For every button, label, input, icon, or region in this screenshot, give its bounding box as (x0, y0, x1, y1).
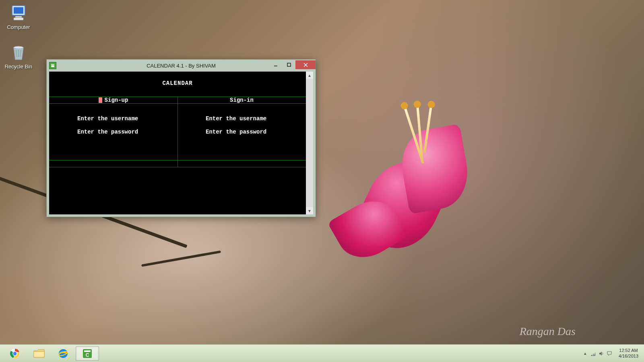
vertical-scrollbar[interactable]: ▲ ▼ (306, 72, 313, 214)
computer-icon (9, 3, 28, 23)
signup-header: Sign-up (49, 97, 178, 103)
system-tray: ▴ 12:52 AM 4/16/2013 (582, 348, 641, 358)
minimize-button[interactable] (269, 60, 282, 69)
wallpaper-signature: Rangan Das (520, 325, 576, 338)
signin-title: Sign-in (230, 97, 254, 103)
divider-line (49, 167, 306, 167)
svg-rect-9 (287, 63, 291, 66)
clock-date: 4/16/2013 (619, 354, 638, 359)
taskbar-item-chrome[interactable] (3, 346, 27, 361)
svg-point-14 (13, 352, 17, 355)
signup-password-prompt: Enter the password (49, 129, 178, 135)
signup-username-prompt: Enter the username (49, 116, 178, 122)
svg-text:C: C (86, 352, 89, 358)
volume-icon[interactable] (599, 351, 604, 356)
tray-overflow-icon[interactable]: ▴ (582, 351, 588, 356)
titlebar[interactable]: CALENDAR 4.1 - By SHIVAM (47, 60, 316, 72)
wallpaper-branch (141, 251, 221, 267)
taskbar-item-internet-explorer[interactable] (52, 346, 75, 361)
divider-line (49, 160, 306, 160)
desktop-icon-recycle-bin[interactable]: Recycle Bin (2, 43, 35, 70)
signin-username-prompt: Enter the username (178, 116, 306, 122)
desktop-icon-label: Recycle Bin (5, 64, 33, 70)
svg-rect-3 (14, 18, 23, 20)
close-button[interactable] (295, 60, 316, 69)
internet-explorer-icon (58, 348, 69, 359)
maximize-button[interactable] (282, 60, 295, 69)
svg-rect-19 (84, 350, 91, 352)
desktop-icon-computer[interactable]: Computer (2, 3, 35, 30)
app-icon (49, 62, 56, 69)
svg-rect-2 (15, 16, 22, 18)
signup-title: Sign-up (105, 97, 128, 103)
scroll-down-arrow-icon[interactable]: ▼ (306, 207, 313, 214)
text-cursor (99, 97, 102, 103)
calendar-app-icon: C (82, 348, 93, 359)
network-icon[interactable] (590, 351, 596, 356)
taskbar-clock[interactable]: 12:52 AM 4/16/2013 (616, 348, 641, 358)
desktop-icon-label: Computer (7, 24, 30, 30)
signin-password-prompt: Enter the password (178, 129, 306, 135)
chrome-icon (9, 348, 21, 359)
wallpaper-flower (342, 113, 503, 274)
console-heading: CALENDAR (49, 80, 306, 86)
calendar-app-window: CALENDAR 4.1 - By SHIVAM CALENDAR Sign-u… (46, 59, 316, 217)
action-center-icon[interactable] (607, 351, 612, 356)
svg-point-4 (14, 46, 23, 49)
svg-rect-6 (51, 64, 54, 65)
svg-rect-1 (14, 7, 23, 14)
recycle-bin-icon (9, 43, 28, 62)
svg-rect-7 (51, 65, 54, 67)
svg-rect-15 (34, 352, 44, 357)
folder-icon (33, 348, 45, 359)
clock-time: 12:52 AM (619, 348, 638, 353)
taskbar-item-calendar-app[interactable]: C (76, 346, 99, 361)
taskbar: C ▴ 12:52 AM 4/16/2013 (0, 344, 644, 362)
scroll-up-arrow-icon[interactable]: ▲ (306, 72, 313, 79)
taskbar-item-file-explorer[interactable] (27, 346, 51, 361)
signin-header: Sign-in (178, 97, 306, 103)
console-area[interactable]: CALENDAR Sign-up Sign-in Enter the usern… (49, 72, 306, 214)
